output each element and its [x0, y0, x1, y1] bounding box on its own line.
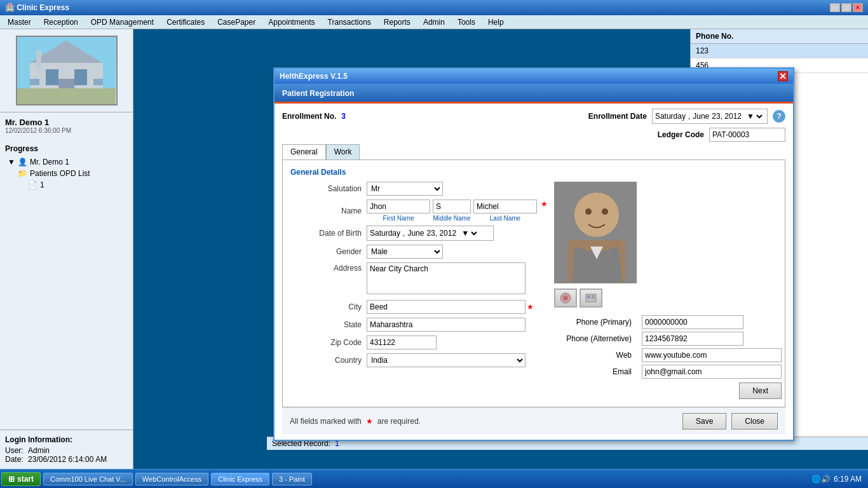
right-section: Phone (Primary) Phone (Alternetive) Web	[554, 182, 782, 399]
gender-select[interactable]: Male Female	[367, 245, 443, 259]
name-row: Name ★	[290, 200, 548, 222]
taskbar-item-paint[interactable]: 3 - Paint	[272, 473, 312, 485]
city-label: City	[290, 302, 367, 311]
tree-root[interactable]: ▼ 👤 Mr. Demo 1	[5, 156, 128, 168]
login-user-label: User:	[5, 446, 24, 455]
ledger-code-input[interactable]	[709, 128, 785, 142]
menu-reception[interactable]: Reception	[39, 17, 83, 28]
svg-point-16	[563, 295, 568, 301]
ledger-code-label: Ledger Code	[658, 130, 704, 139]
country-label: Country	[290, 356, 367, 365]
dob-row: Date of Birth Saturday , June 23, 2012 ▼	[290, 226, 548, 241]
window-controls[interactable]: ─ □ ✕	[830, 3, 863, 12]
menu-appointments[interactable]: Appointments	[263, 17, 320, 28]
tree-file-icon: 📄	[28, 180, 37, 189]
menu-help[interactable]: Help	[483, 17, 509, 28]
tab-content-general: General Details Salutation Mr Mrs Ms	[282, 159, 785, 407]
menu-tools[interactable]: Tools	[452, 17, 480, 28]
menu-casepaper[interactable]: CasePaper	[212, 17, 261, 28]
email-label: Email	[554, 367, 637, 376]
user-info: Mr. Demo 1 12/02/2012 6:36:00 PM	[0, 112, 133, 139]
login-date-label: Date:	[5, 455, 24, 464]
taskbar-item-comm100[interactable]: Comm100 Live Chat V...	[43, 473, 133, 485]
menu-transactions[interactable]: Transactions	[323, 17, 376, 28]
photo-controls[interactable]	[554, 288, 602, 308]
taskbar-item-webcontrol[interactable]: WebControlAccess	[135, 473, 208, 485]
web-input[interactable]	[642, 348, 782, 362]
zip-label: Zip Code	[290, 338, 367, 347]
state-label: State	[290, 320, 367, 329]
dob-date-select[interactable]: ▼	[459, 227, 479, 239]
close-button[interactable]: Close	[731, 413, 778, 430]
start-button[interactable]: ⊞ start	[1, 472, 41, 486]
svg-rect-18	[587, 295, 590, 299]
required-text-after: are required.	[377, 417, 421, 426]
menu-master[interactable]: Master	[3, 17, 36, 28]
first-name-input[interactable]	[367, 200, 430, 214]
enrollment-no-label: Enrollment No.	[282, 112, 336, 121]
middle-name-label: Middle Name	[433, 215, 471, 222]
phone-primary-input[interactable]	[642, 315, 743, 329]
svg-rect-3	[46, 69, 58, 85]
taskbar-item-clinic[interactable]: Clinic Express	[211, 473, 269, 485]
tree-opd-list[interactable]: 📁 Patients OPD List	[5, 168, 128, 179]
footer-buttons: Save Close	[682, 413, 778, 430]
next-button[interactable]: Next	[739, 383, 782, 399]
photo-id-button[interactable]	[580, 288, 602, 308]
taskbar-icons: 🌐🔊	[811, 475, 831, 484]
country-row: Country India USA UK	[290, 353, 548, 367]
zip-row: Zip Code	[290, 336, 548, 349]
email-input[interactable]	[642, 365, 782, 379]
name-label: Name	[290, 207, 367, 215]
last-name-label: Last Name	[473, 215, 537, 222]
tree-folder-icon: 📁	[18, 169, 27, 178]
enrollment-date-group[interactable]: Saturday , June 23, 2012 ▼	[652, 109, 768, 124]
dob-date-group[interactable]: Saturday , June 23, 2012 ▼	[367, 226, 494, 241]
dialog-close-button[interactable]: ✕	[778, 71, 788, 81]
first-name-label: First Name	[367, 215, 430, 222]
app-icon: 🏥	[5, 3, 15, 12]
zip-input[interactable]	[367, 336, 437, 349]
login-title: Login Information:	[5, 435, 128, 444]
help-icon[interactable]: ?	[773, 110, 785, 123]
phone-row-1[interactable]: 123	[691, 44, 868, 58]
tab-work[interactable]: Work	[326, 144, 360, 159]
required-note: All fields marked with ★ are required.	[290, 417, 421, 426]
dob-date-num: 23, 2012	[426, 229, 456, 238]
title-bar: 🏥 Clinic Express ─ □ ✕	[0, 0, 868, 15]
save-button[interactable]: Save	[682, 413, 726, 430]
address-textarea[interactable]: Near City Charch	[367, 262, 526, 294]
windows-icon: ⊞	[8, 475, 15, 484]
last-name-input[interactable]	[473, 200, 537, 214]
city-input[interactable]	[367, 300, 526, 314]
enroll-day: Saturday	[655, 112, 686, 121]
user-icon: 👤	[18, 158, 27, 166]
close-window-button[interactable]: ✕	[853, 3, 863, 12]
tab-general[interactable]: General	[282, 144, 326, 159]
next-button-row: Next	[554, 383, 782, 399]
address-label: Address	[290, 262, 367, 273]
phone-alt-input[interactable]	[642, 332, 743, 346]
login-section: Login Information: User: Admin Date: 23/…	[0, 430, 133, 469]
middle-name-input[interactable]	[433, 200, 471, 214]
required-text-before: All fields marked with	[290, 417, 362, 426]
phone-primary-label: Phone (Primary)	[554, 318, 637, 327]
photo-upload-button[interactable]	[554, 288, 577, 308]
menu-reports[interactable]: Reports	[379, 17, 416, 28]
menu-certificates[interactable]: Certificates	[161, 17, 210, 28]
country-select[interactable]: India USA UK	[367, 353, 526, 367]
maximize-button[interactable]: □	[841, 3, 851, 12]
menu-admin[interactable]: Admin	[418, 17, 450, 28]
address-container: Near City Charch	[367, 262, 526, 296]
tree-record[interactable]: 📄 1	[5, 179, 128, 191]
state-input[interactable]	[367, 318, 526, 332]
gender-row: Gender Male Female	[290, 245, 548, 259]
menu-bar: Master Reception OPD Management Certific…	[0, 15, 868, 29]
progress-title: Progress	[5, 144, 128, 153]
enrollment-no-value: 3	[341, 112, 346, 121]
salutation-select[interactable]: Mr Mrs Ms Dr	[367, 182, 443, 196]
minimize-button[interactable]: ─	[830, 3, 840, 12]
enrollment-date-select[interactable]: ▼	[744, 111, 764, 122]
ledger-row: Ledger Code	[282, 128, 785, 142]
menu-opd[interactable]: OPD Management	[86, 17, 159, 28]
